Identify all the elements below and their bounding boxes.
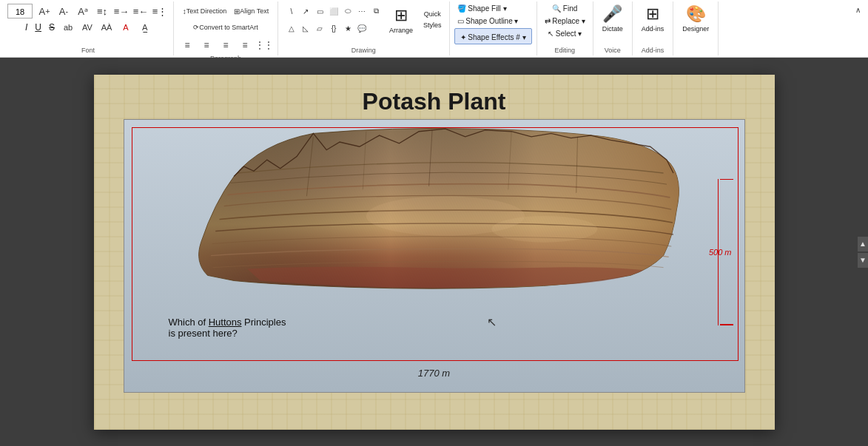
font-decrease-btn[interactable]: A-: [55, 3, 73, 19]
ribbon-toolbar: 18 A+ A- Aᵃ ≡↕ ≡→ ≡← ≡⋮ I U S ab AV AÀ A…: [0, 0, 868, 58]
designer-label: Designer: [682, 25, 709, 33]
add-ins-icon: ⊞: [646, 4, 659, 24]
shape-outline-btn[interactable]: ▭ Shape Outline ▾: [454, 16, 532, 27]
editing-group: 🔍 Find ⇄ Replace ▾ ↖ Select ▾ Editing: [537, 1, 593, 55]
question-text: Which of Huttons Principles is present h…: [169, 317, 286, 339]
font-color-btn[interactable]: A: [117, 19, 135, 36]
paragraph-bottom-row: ⟳ Convert to SmartArt: [191, 19, 260, 36]
dictate-icon: 🎤: [602, 4, 622, 24]
line-spacing-btn[interactable]: ≡⋮: [151, 3, 169, 19]
arrange-label: Arrange: [389, 27, 413, 34]
styles-btn[interactable]: Styles: [420, 20, 445, 30]
list-indent-btn[interactable]: ≡→: [112, 3, 130, 19]
align-right-btn[interactable]: ≡: [217, 37, 235, 53]
ribbon-collapse-btn[interactable]: ∧: [849, 1, 867, 18]
aa-spacing-btn[interactable]: AÀ: [98, 19, 115, 36]
paragraph-group: ↕ Text Direction ⊞ Align Text ⟳ Convert …: [174, 1, 278, 55]
underline-btn[interactable]: U: [32, 21, 44, 34]
find-btn[interactable]: 🔍 Find: [542, 3, 588, 14]
align-text-btn[interactable]: ⊞ Align Text: [231, 3, 272, 19]
measurement-500m-label: 500 m: [709, 248, 732, 257]
designer-group: 🎨 Designer: [673, 1, 719, 55]
strikethrough-btn[interactable]: S: [46, 21, 58, 34]
mouse-cursor: ↖: [487, 315, 497, 329]
find-label: Find: [563, 4, 577, 13]
voice-group: 🎤 Dictate Voice: [593, 1, 633, 55]
replace-icon: ⇄: [545, 17, 553, 25]
font-group: 18 A+ A- Aᵃ ≡↕ ≡→ ≡← ≡⋮ I U S ab AV AÀ A…: [3, 1, 174, 55]
measurement-500m: 500 m: [696, 179, 733, 325]
drawing-shapes-row: \ ↗ ▭ ⬜ ⬭ ⋯ ⧉ △ ◺ ▱ {} ★ 💬 ⊞ Arrange: [283, 3, 445, 36]
shape-effects-icon: ✦: [460, 33, 468, 41]
shape-outline-icon: ▭: [457, 17, 466, 25]
scroll-up-btn[interactable]: ▲: [858, 237, 868, 251]
shape-fill-btn[interactable]: 🪣 Shape Fill ▾: [454, 3, 532, 14]
add-ins-label: Add-ins: [642, 25, 665, 33]
columns-btn[interactable]: ⋮⋮: [255, 37, 273, 53]
editing-label: Editing: [554, 45, 575, 54]
replace-label: Replace: [552, 17, 579, 25]
list-outdent-btn[interactable]: ≡←: [132, 3, 149, 19]
highlight-btn[interactable]: A̲: [136, 19, 154, 36]
align-center-btn[interactable]: ≡: [198, 37, 215, 53]
drawing-label: Drawing: [351, 45, 376, 54]
font-top-row: 18 A+ A- Aᵃ ≡↕ ≡→ ≡← ≡⋮: [7, 3, 169, 19]
shape-effects-btn[interactable]: ✦ Shape Effects # ▾: [457, 32, 529, 43]
rock-formation-svg: [135, 124, 742, 308]
huttons-text: Huttons: [209, 317, 242, 328]
font-size-box[interactable]: 18: [7, 4, 33, 18]
shape-callout-btn[interactable]: 💬: [353, 20, 371, 36]
dictate-btn[interactable]: 🎤 Dictate: [598, 3, 628, 34]
dictate-label: Dictate: [602, 25, 623, 33]
paragraph-top-row: ↕ Text Direction ⊞ Align Text: [180, 3, 272, 19]
align-left-btn[interactable]: ≡: [178, 37, 196, 53]
font-color-aa-btn[interactable]: AV: [78, 19, 96, 36]
select-label: Select: [556, 30, 576, 38]
slide-title: Potash Plant: [94, 88, 775, 115]
arrange-icon: ⊞: [394, 6, 408, 25]
add-ins-btn[interactable]: ⊞ Add-ins: [637, 3, 669, 34]
shape-outline-label: Shape Outline: [465, 17, 512, 25]
justify-btn[interactable]: ≡: [236, 37, 254, 53]
scroll-down-btn[interactable]: ▼: [858, 253, 868, 268]
add-ins-group: ⊞ Add-ins Add-ins: [633, 1, 674, 55]
find-icon: 🔍: [552, 4, 563, 13]
shape-fill-label: Shape Fill: [468, 4, 500, 13]
question-line2: Principles: [242, 317, 286, 328]
shape-effects-hash: #: [516, 33, 520, 41]
question-line1: Which of: [169, 317, 209, 328]
select-btn[interactable]: ↖ Select ▾: [542, 28, 588, 39]
shape-fill-icon: 🪣: [457, 4, 468, 13]
designer-btn[interactable]: 🎨 Designer: [678, 3, 713, 34]
slide-area: Potash Plant: [0, 58, 868, 446]
rock-image-container: 500 m Which of Huttons Principles is pre…: [124, 119, 745, 393]
slide[interactable]: Potash Plant: [94, 75, 775, 430]
measurement-1770m: 1770 m: [418, 368, 450, 379]
question-line3: is present here?: [169, 328, 238, 339]
text-direction-btn[interactable]: ↕ Text Direction: [180, 3, 230, 19]
font-bottom-row: I U S ab AV AÀ A A̲: [22, 19, 154, 36]
font-format-btn[interactable]: Aᵃ: [74, 3, 92, 19]
drawing-group: \ ↗ ▭ ⬜ ⬭ ⋯ ⧉ △ ◺ ▱ {} ★ 💬 ⊞ Arrange: [278, 1, 450, 55]
text-shadow-btn[interactable]: ab: [59, 19, 77, 36]
italic-btn[interactable]: I: [22, 21, 30, 34]
add-ins-label-group: Add-ins: [642, 45, 665, 54]
arrange-btn[interactable]: ⊞ Arrange: [385, 4, 417, 36]
voice-label: Voice: [605, 45, 621, 54]
convert-smartart-btn[interactable]: ⟳ Convert to SmartArt: [191, 19, 260, 36]
text-direction-icon[interactable]: ≡↕: [93, 3, 111, 19]
select-icon: ↖: [548, 30, 556, 38]
font-label: Font: [81, 45, 95, 54]
replace-btn[interactable]: ⇄ Replace ▾: [542, 16, 588, 27]
quick-styles-btn[interactable]: Quick: [420, 9, 445, 19]
shape-format-group: 🪣 Shape Fill ▾ ▭ Shape Outline ▾ ✦ Shape…: [450, 1, 537, 55]
designer-icon: 🎨: [686, 4, 706, 24]
shape-effects-label: Shape Effects: [468, 33, 514, 41]
shape-arrange-btn[interactable]: ⧉: [367, 3, 385, 19]
scroll-arrows: ▲ ▼: [858, 237, 868, 268]
font-increase-btn[interactable]: A+: [36, 3, 53, 19]
